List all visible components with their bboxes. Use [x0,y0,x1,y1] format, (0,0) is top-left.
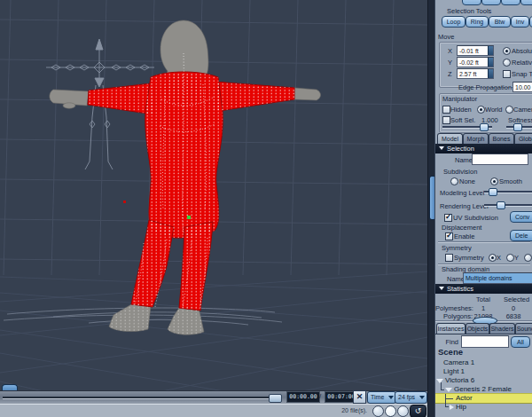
absolute-radio[interactable] [503,47,511,55]
between-button[interactable]: Btw [489,16,511,28]
floor-grid-lines [0,271,427,390]
modeling-level-label: Modeling Level [440,189,484,197]
shading-domain-dropdown[interactable]: Multiple domains [463,272,532,284]
delete-button[interactable]: Dele [510,230,532,241]
stats-polygons-selected: 6838 [503,312,524,320]
viewport-3d[interactable] [0,0,427,390]
edge-propagation-field[interactable]: 10.00 [512,82,532,92]
vertex-dots-overlay [88,72,294,334]
slider-thumb[interactable] [513,123,522,131]
soft-selection-slider[interactable] [442,123,492,130]
name-input[interactable] [472,153,528,165]
timeline-handle[interactable] [269,394,282,403]
stats-row-polymeshes-label: Polymeshes: [435,304,473,312]
manipulator-title: Manipulator [442,95,477,103]
subdivision-title: Subdivision [443,168,477,176]
shading-name-label: Name [447,275,465,283]
green-marker [187,216,191,219]
scene-root-label: Scene [438,348,463,356]
undo-icon[interactable]: ↺ [410,405,426,417]
axis-x-label: X [448,47,452,55]
snap-to-grid-label: Snap To Grid [512,70,532,78]
viewport-canvas [0,0,427,390]
y-stepper[interactable] [488,58,493,67]
top-cut-button-4[interactable] [520,0,532,5]
absolute-label: Absolute [512,47,532,55]
hidden-checkbox[interactable] [442,106,450,114]
edge-propagation-label: Edge Propagation [458,83,510,91]
axis-y-label: Y [448,59,452,67]
timeline-track[interactable] [3,397,269,398]
world-radio[interactable] [477,106,485,114]
status-circle-button-1[interactable] [372,405,384,417]
subdivision-none-radio[interactable] [450,177,458,185]
relative-radio[interactable] [503,59,511,67]
current-time-field[interactable]: 00:00.00 [286,391,320,403]
symmetry-y-radio[interactable] [506,254,514,262]
tab-global[interactable]: Global [514,133,532,144]
loop-button[interactable]: Loop [442,16,466,28]
fps-dropdown[interactable]: 24 fps [395,391,427,404]
axis-z-label: Z [448,70,452,78]
z-stepper[interactable] [488,69,493,78]
expand-down-icon[interactable] [436,379,443,383]
x-coordinate-value: -0.01 ft [459,48,479,54]
tree-item-victoria[interactable]: Victoria 6 [435,376,532,385]
y-coordinate-field[interactable]: -0.02 ft [457,57,494,67]
slider-thumb[interactable] [480,123,489,131]
close-icon[interactable]: ✕ [353,390,366,404]
top-cut-button-3[interactable] [501,0,520,5]
tab-sounds[interactable]: Sounds [515,323,532,334]
camera-radio[interactable] [505,106,513,114]
tree-item-hip[interactable]: Hip [435,403,532,412]
tree-item-label: Actor [456,394,473,403]
tree-item-camera[interactable]: Camera 1 [435,358,532,367]
tool-panel: Selection Tools Loop Ring Btw Inv - Move… [434,0,532,417]
time-mode-dropdown[interactable]: Time [367,391,396,404]
subdivision-smooth-radio[interactable] [490,177,498,185]
modeling-level-slider[interactable] [484,188,532,195]
top-cut-button-2[interactable] [481,0,501,5]
uv-subdivision-checkbox[interactable] [444,214,452,222]
rendering-level-slider[interactable] [484,201,532,208]
tree-item-light[interactable]: Light 1 [435,367,532,376]
slider-thumb[interactable] [497,201,505,209]
convert-button[interactable]: Conv [510,211,532,223]
symmetry-y-label: Y [514,254,519,262]
symmetry-checkbox[interactable] [445,254,453,262]
all-button[interactable]: All [511,336,530,348]
app-window: Selection Tools Loop Ring Btw Inv - Move… [0,0,532,417]
x-coordinate-field[interactable]: -0.01 ft [457,45,494,56]
tree-item-label: Camera 1 [443,358,474,367]
status-circle-button-2[interactable] [385,405,396,417]
stats-col-selected: Selected [504,295,529,303]
ring-button[interactable]: Ring [466,16,489,28]
z-coordinate-field[interactable]: 2.57 ft [457,68,494,79]
selection-section-header[interactable]: Selection [435,144,532,153]
top-cut-button-1[interactable] [462,0,481,5]
tab-objects[interactable]: Objects [466,323,489,334]
softness-slider[interactable] [506,123,532,130]
tab-model[interactable]: Model [437,133,463,144]
tab-bones[interactable]: Bones [489,133,514,144]
find-input[interactable] [461,335,509,348]
symmetry-z-radio[interactable] [524,254,532,262]
slider-thumb[interactable] [489,188,497,196]
displacement-enable-checkbox[interactable] [445,232,453,240]
expand-down-icon[interactable] [445,388,452,392]
tab-instances[interactable]: Instances [436,323,466,334]
invert-button[interactable]: Inv [511,16,529,28]
z-coordinate-value: 2.57 ft [459,71,476,77]
edge-propagation-value: 10.00 [515,84,531,90]
statistics-section-header[interactable]: Statistics [435,284,532,294]
status-circle-button-3[interactable] [397,405,409,417]
expand-right-icon[interactable] [450,405,454,410]
tab-shaders[interactable]: Shaders [489,323,515,334]
tab-morph[interactable]: Morph [463,133,489,144]
subdivision-none-label: None [459,177,475,185]
symmetry-x-radio[interactable] [489,254,497,262]
subdivision-smooth-label: Smooth [499,177,522,185]
x-stepper[interactable] [488,46,493,55]
snap-to-grid-checkbox[interactable] [503,70,511,78]
displacement-enable-label: Enable [454,232,474,240]
